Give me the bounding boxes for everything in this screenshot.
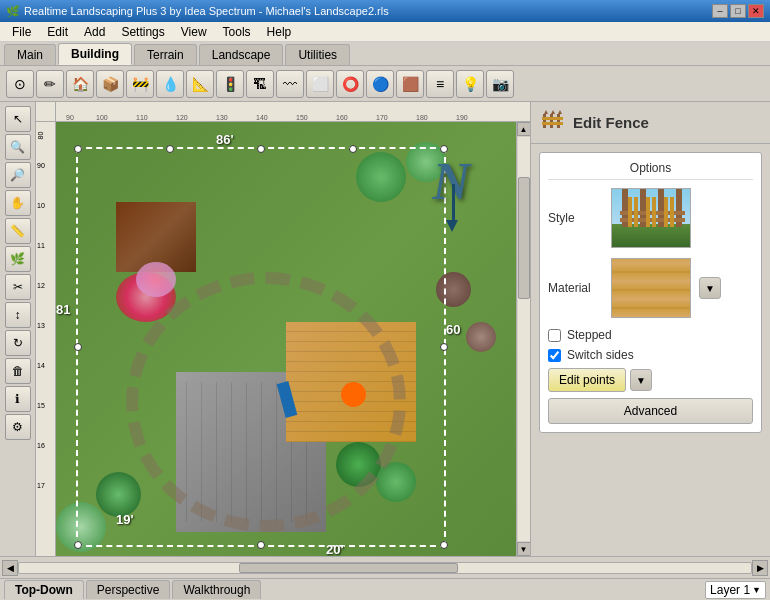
flower-bed-2: [136, 262, 176, 297]
bottom-scroll-row: ◀ ▶: [0, 556, 770, 578]
tool-gate[interactable]: 🚦: [216, 70, 244, 98]
tool-camera[interactable]: 📷: [486, 70, 514, 98]
dim-corner: 19': [116, 512, 134, 527]
tool-house[interactable]: 🏠: [66, 70, 94, 98]
stepped-label[interactable]: Stepped: [567, 328, 612, 342]
tool-light[interactable]: 💡: [456, 70, 484, 98]
titlebar-controls[interactable]: – □ ✕: [712, 4, 764, 18]
canvas-area[interactable]: 90 100 110 120 130 140 150 160 170 180 1…: [36, 102, 530, 556]
landscape-canvas[interactable]: 86' 60 20' 81 19' N: [56, 122, 530, 556]
style-preview[interactable]: [611, 188, 691, 248]
vscroll-track[interactable]: [518, 137, 530, 541]
tab-utilities[interactable]: Utilities: [285, 44, 350, 65]
svg-rect-0: [543, 114, 546, 128]
switch-sides-checkbox[interactable]: [548, 349, 561, 362]
material-dropdown-button[interactable]: ▼: [699, 277, 721, 299]
tab-landscape[interactable]: Landscape: [199, 44, 284, 65]
tool-deck[interactable]: 🟫: [396, 70, 424, 98]
tool-stairs[interactable]: ≡: [426, 70, 454, 98]
view-tab-perspective-label: Perspective: [97, 583, 160, 597]
left-tool-info[interactable]: ℹ: [5, 386, 31, 412]
tool-pool[interactable]: 🔵: [366, 70, 394, 98]
left-tools: ↖ 🔍 🔎 ✋ 📏 🌿 ✂ ↕ ↻ 🗑 ℹ ⚙: [0, 102, 36, 556]
left-tool-settings[interactable]: ⚙: [5, 414, 31, 440]
hscroll-track[interactable]: [18, 562, 752, 574]
stepped-row: Stepped: [548, 328, 753, 342]
menu-item-add[interactable]: Add: [76, 23, 113, 41]
fence-preview-inner: [612, 189, 690, 247]
ruler-vertical: 80 90 10 11 12 13 14 15 16 17: [36, 122, 56, 556]
left-tool-measure[interactable]: 📏: [5, 218, 31, 244]
svg-marker-6: [551, 110, 555, 114]
left-tool-zoom-in[interactable]: 🔍: [5, 134, 31, 160]
tab-building[interactable]: Building: [58, 43, 132, 65]
view-tab-perspective[interactable]: Perspective: [86, 580, 171, 599]
tree-3: [96, 472, 141, 517]
dim-top: 86': [216, 132, 234, 147]
svg-marker-5: [544, 110, 548, 114]
tree-1: [356, 152, 406, 202]
tool-path[interactable]: 〰: [276, 70, 304, 98]
material-row: Material ▼: [548, 258, 753, 318]
advanced-label: Advanced: [624, 404, 677, 418]
menu-item-tools[interactable]: Tools: [215, 23, 259, 41]
tool-ruler[interactable]: 📐: [186, 70, 214, 98]
menu-item-view[interactable]: View: [173, 23, 215, 41]
edit-points-button[interactable]: Edit points: [548, 368, 626, 392]
left-tool-rotate[interactable]: ↻: [5, 330, 31, 356]
layer-indicator[interactable]: Layer 1 ▼: [705, 581, 766, 599]
view-tab-walkthrough-label: Walkthrough: [183, 583, 250, 597]
tool-wall[interactable]: 🏗: [246, 70, 274, 98]
patio-table: [341, 382, 366, 407]
tool-fence[interactable]: 🚧: [126, 70, 154, 98]
view-tab-topdown[interactable]: Top-Down: [4, 580, 84, 599]
north-arrow-line: [452, 184, 455, 224]
titlebar-title: 🌿 Realtime Landscaping Plus 3 by Idea Sp…: [6, 5, 389, 18]
view-tab-topdown-label: Top-Down: [15, 583, 73, 597]
tool-circle[interactable]: ⭕: [336, 70, 364, 98]
edit-points-dropdown[interactable]: ▼: [630, 369, 652, 391]
hscroll-right[interactable]: ▶: [752, 560, 768, 576]
tool-box[interactable]: 📦: [96, 70, 124, 98]
tool-rect[interactable]: ⬜: [306, 70, 334, 98]
options-title: Options: [548, 161, 753, 180]
close-button[interactable]: ✕: [748, 4, 764, 18]
tool-pencil[interactable]: ✏: [36, 70, 64, 98]
left-tool-pointer[interactable]: ↖: [5, 106, 31, 132]
vscroll-thumb[interactable]: [518, 177, 530, 298]
advanced-button[interactable]: Advanced: [548, 398, 753, 424]
left-tool-plant[interactable]: 🌿: [5, 246, 31, 272]
view-tab-walkthrough[interactable]: Walkthrough: [172, 580, 261, 599]
material-preview[interactable]: [611, 258, 691, 318]
vertical-scrollbar[interactable]: ▲ ▼: [516, 122, 530, 556]
menu-item-file[interactable]: File: [4, 23, 39, 41]
left-tool-zoom-out[interactable]: 🔎: [5, 162, 31, 188]
stepped-checkbox[interactable]: [548, 329, 561, 342]
menu-item-edit[interactable]: Edit: [39, 23, 76, 41]
tool-water[interactable]: 💧: [156, 70, 184, 98]
material-preview-inner: [612, 259, 690, 317]
hscroll-left[interactable]: ◀: [2, 560, 18, 576]
options-box: Options Style: [539, 152, 762, 433]
left-tool-hand[interactable]: ✋: [5, 190, 31, 216]
switch-sides-label[interactable]: Switch sides: [567, 348, 634, 362]
style-row: Style: [548, 188, 753, 248]
tab-main[interactable]: Main: [4, 44, 56, 65]
dim-left: 81: [56, 302, 70, 317]
left-tool-cut[interactable]: ✂: [5, 274, 31, 300]
vscroll-up[interactable]: ▲: [517, 122, 531, 136]
left-tool-arrow[interactable]: ↕: [5, 302, 31, 328]
view-tabs-bar: Top-Down Perspective Walkthrough Layer 1…: [0, 578, 770, 600]
vscroll-down[interactable]: ▼: [517, 542, 531, 556]
left-tool-delete[interactable]: 🗑: [5, 358, 31, 384]
tab-terrain[interactable]: Terrain: [134, 44, 197, 65]
menu-item-settings[interactable]: Settings: [113, 23, 172, 41]
maximize-button[interactable]: □: [730, 4, 746, 18]
edit-points-label: Edit points: [559, 373, 615, 387]
tool-select[interactable]: ⊙: [6, 70, 34, 98]
menu-item-help[interactable]: Help: [259, 23, 300, 41]
minimize-button[interactable]: –: [712, 4, 728, 18]
switch-sides-row: Switch sides: [548, 348, 753, 362]
hscroll-thumb[interactable]: [239, 563, 459, 573]
panel-content: Options Style: [531, 144, 770, 556]
